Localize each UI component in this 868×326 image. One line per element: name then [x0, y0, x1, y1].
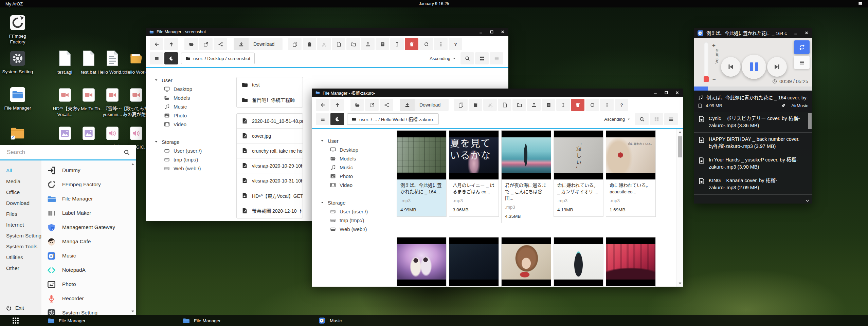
toolbar-button[interactable] — [483, 99, 497, 111]
toolbar-button[interactable] — [542, 99, 555, 111]
file-tile[interactable]: 夏を見ているかな 八月のレイニー _ はるまきごはん co... .mp3 3.… — [449, 130, 499, 217]
scrollbar[interactable] — [130, 162, 135, 314]
toolbar-button[interactable] — [390, 38, 404, 50]
player-titlebar[interactable]: 例えば、今此処に置かれた花に _ 164 c⋯ — [694, 28, 812, 38]
volume-slider[interactable]: + Volume − — [704, 41, 722, 83]
toolbar-button[interactable] — [469, 99, 482, 111]
queue-menu-button[interactable] — [794, 56, 810, 69]
sidebar-item[interactable]: User — [321, 136, 393, 145]
toolbar-button[interactable] — [585, 99, 599, 111]
taskbar-item[interactable]: File Manager — [48, 315, 86, 326]
desktop-launcher[interactable]: File Manager — [2, 87, 33, 111]
toolbar-button[interactable] — [350, 99, 364, 111]
nav-button[interactable] — [330, 99, 344, 111]
file-row[interactable]: cover.jpg — [237, 129, 303, 143]
file-tile[interactable]: 四季折々に揺蕩い — [397, 237, 447, 287]
category-item[interactable]: Utilities — [6, 252, 41, 263]
progress-bar[interactable] — [694, 87, 812, 91]
toolbar-button[interactable] — [332, 38, 345, 50]
sidebar-item[interactable]: Photo — [155, 111, 227, 120]
app-item[interactable]: e Management Gateway — [41, 220, 136, 234]
sidebar-item[interactable]: Storage — [155, 137, 227, 146]
toolbar-button[interactable] — [600, 99, 614, 111]
sidebar-item[interactable]: Desktop — [321, 145, 393, 154]
volume-minus[interactable]: − — [712, 77, 716, 83]
app-item[interactable]: Photo — [41, 277, 136, 291]
taskbar-item[interactable]: File Manager — [183, 315, 221, 326]
desktop-launcher[interactable]: FFmpeg Factory — [2, 15, 33, 45]
app-item[interactable]: File Manager — [41, 192, 136, 206]
sidebar-item[interactable]: Models — [155, 93, 227, 102]
file-row[interactable]: 2020-10-31_10-51-48.png — [237, 114, 303, 129]
volume-plus[interactable]: + — [712, 42, 716, 49]
sidebar-item[interactable]: Photo — [321, 172, 393, 180]
sidebar-item[interactable]: Music — [155, 102, 227, 111]
toolbar-button[interactable] — [512, 99, 526, 111]
sidebar-item[interactable]: tmp (tmp:/) — [321, 216, 393, 225]
toolbar-button[interactable] — [361, 38, 375, 50]
sidebar-item[interactable]: Video — [321, 180, 393, 189]
download-button[interactable]: Download — [234, 38, 283, 50]
nav-button[interactable] — [150, 38, 163, 50]
toolbar-button[interactable] — [527, 99, 541, 111]
toolbar-button[interactable]: ? — [615, 99, 628, 111]
exit-button[interactable]: Exit — [6, 305, 24, 311]
toolbar-button[interactable] — [454, 99, 468, 111]
sort-dropdown[interactable]: Ascending — [604, 117, 630, 122]
maximize-button[interactable] — [664, 91, 669, 95]
grid-view-button[interactable] — [475, 52, 489, 64]
search-button[interactable] — [635, 113, 649, 125]
toolbar-button[interactable] — [571, 99, 584, 111]
category-item[interactable]: Internet — [6, 219, 41, 230]
chevron-down-icon[interactable] — [805, 198, 810, 203]
pause-button[interactable] — [742, 55, 766, 79]
toolbar-button[interactable] — [317, 38, 331, 50]
app-item[interactable]: Dummy — [41, 163, 136, 177]
dark-mode-button[interactable] — [164, 52, 178, 64]
toolbar-button[interactable] — [419, 38, 433, 50]
app-item[interactable]: Recorder — [41, 291, 136, 306]
category-item[interactable]: System Tools — [6, 241, 41, 252]
folder-row[interactable]: 奮鬥吧！係統工程師 — [237, 92, 303, 107]
app-item[interactable]: NotepadA — [41, 263, 136, 277]
scroll-up-icon[interactable] — [678, 130, 682, 134]
scroll-up-icon[interactable] — [131, 162, 134, 166]
sidebar-item[interactable]: Web (web:/) — [155, 164, 227, 173]
toolbar-button[interactable] — [365, 99, 379, 111]
file-tile[interactable]: 「寂しい」 命に嫌われている。 _ カンザキイオリ ... .mp3 4.19M… — [554, 130, 603, 217]
sidebar-item[interactable]: Music — [321, 163, 393, 172]
search-icon[interactable] — [124, 149, 130, 155]
scroll-down-icon[interactable] — [131, 310, 134, 313]
file-row[interactable]: 螢幕截圖 2020-12-10 下午1 — [237, 203, 303, 218]
app-item[interactable]: System Setting — [41, 306, 136, 315]
category-item[interactable]: System Settings — [6, 230, 41, 241]
search-input[interactable] — [0, 149, 124, 156]
toolbar-button[interactable] — [556, 99, 570, 111]
playlist-item[interactable]: HAPPY BIRTHDAY _ back number cover. by柘榴… — [694, 133, 812, 153]
sidebar-item[interactable]: Models — [321, 154, 393, 163]
close-button[interactable] — [500, 30, 505, 34]
playlist-item[interactable]: In Your Hands _ yusukeP cover. by 柘榴-zak… — [694, 153, 812, 174]
category-item[interactable]: Office — [6, 187, 41, 198]
nav-button[interactable] — [316, 99, 329, 111]
list-menu-button[interactable] — [150, 52, 163, 64]
playlist-item[interactable]: Cynic _ ポリスピカデリー cover. by 柘榴-zakuro-.mp… — [694, 112, 812, 133]
toolbar-button[interactable] — [288, 38, 302, 50]
file-row[interactable]: HD⁶⁰【東方Vocal】GET IN T — [237, 188, 303, 203]
category-item[interactable]: All — [6, 165, 41, 176]
window-titlebar[interactable]: File Manager - 柘榴-zakuro- — [312, 89, 683, 97]
toolbar-button[interactable] — [376, 38, 389, 50]
file-tile[interactable]: 声 _ HarryP cover — [449, 237, 499, 287]
toolbar-button[interactable] — [498, 99, 511, 111]
toolbar-button[interactable] — [184, 38, 198, 50]
scroll-thumb[interactable] — [808, 113, 812, 129]
app-item[interactable]: FFmpeg Factory — [41, 177, 136, 192]
sort-dropdown[interactable]: Ascending — [430, 56, 456, 61]
breadcrumb[interactable]: user: / Desktop / screenshot — [181, 53, 255, 64]
repeat-button[interactable] — [794, 40, 810, 54]
minimize-button[interactable] — [793, 31, 798, 35]
scrollbar[interactable] — [676, 129, 683, 287]
category-item[interactable]: Other — [6, 263, 41, 274]
sidebar-item[interactable]: Video — [155, 120, 227, 129]
toolbar-button[interactable] — [346, 38, 360, 50]
